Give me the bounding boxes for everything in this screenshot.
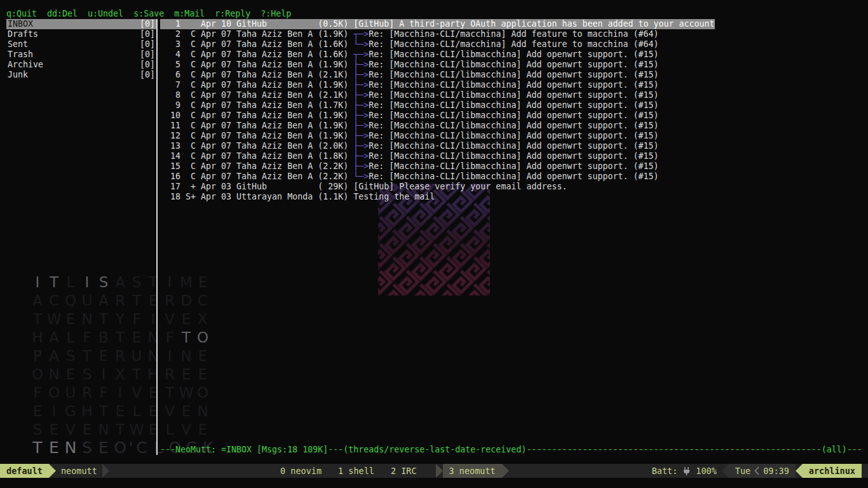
folder-count: [0] [140, 39, 155, 50]
neomutt-status-line: ---NeoMutt: =INBOX [Msgs:18 109K]---(thr… [160, 445, 862, 455]
powerline-arrow-icon [49, 464, 56, 478]
battery-level: 100% [696, 466, 717, 476]
tmux-status-bar: default neomutt 0 neovim1 shell2 IRC3 ne… [0, 464, 868, 478]
thread-arrow-icon: ┬─> [353, 50, 369, 59]
powerline-arrow-icon [436, 464, 443, 478]
plug-icon [682, 466, 691, 476]
mail-subject: [GitHub] A third-party OAuth application… [353, 19, 714, 29]
thread-arrow-icon: ├─> [353, 100, 369, 110]
mail-row[interactable]: 10 C Apr 07 Taha Aziz Ben A (1.9K) ├─>Re… [160, 111, 659, 121]
mail-row-meta: 15 C Apr 07 Taha Aziz Ben A (2.2K) [160, 161, 353, 171]
sidebar-folder[interactable]: INBOX [0] [6, 19, 156, 29]
pane-title: neomutt [61, 466, 97, 476]
powerline-arrow-icon [102, 464, 109, 478]
mail-row-meta: 6 C Apr 07 Taha Aziz Ben A (2.1K) [160, 70, 353, 79]
powerline-arrow-icon [796, 464, 803, 478]
tmux-right: Batt: 100% Tue 09:39 archlinux [652, 464, 862, 478]
mail-subject: Re: [Macchina-CLI/libmacchina] Add openw… [369, 100, 658, 110]
tmux-window[interactable]: 1 shell [334, 466, 378, 476]
mail-subject: Re: [Macchina-CLI/libmacchina] Add openw… [369, 121, 658, 130]
thread-arrow-icon: ├─> [353, 90, 369, 100]
mail-subject: Testing the mail [353, 192, 435, 201]
mail-row-meta: 1 Apr 10 GitHub (0.5K) [160, 19, 353, 29]
clock-segment: Tue 09:39 [729, 464, 796, 478]
mail-subject: Re: [Macchina-CLI/macchina] Add feature … [369, 29, 658, 39]
sidebar-folder[interactable]: Drafts [0] [6, 29, 156, 39]
tmux-window-list: 0 neovim1 shell2 IRC3 neomutt [276, 464, 509, 478]
folder-name: Junk [8, 70, 28, 80]
sidebar-divider [156, 19, 158, 455]
mail-row[interactable]: 14 C Apr 07 Taha Aziz Ben A (1.8K) ├─>Re… [160, 151, 659, 161]
clock-time: 09:39 [763, 466, 789, 476]
thread-arrow-icon: ├─> [353, 141, 369, 151]
hostname: archlinux [809, 466, 855, 476]
folder-name: INBOX [8, 19, 33, 29]
folder-count: [0] [140, 70, 155, 80]
hostname-badge: archlinux [803, 464, 862, 478]
mail-row[interactable]: 4 C Apr 07 Taha Aziz Ben A (1.6K) ┬─>Re:… [160, 50, 659, 60]
folder-name: Trash [8, 50, 33, 60]
folder-count: [0] [140, 19, 155, 29]
folder-name: Sent [8, 39, 28, 50]
folder-name: Drafts [8, 29, 38, 39]
mail-subject: Re: [Macchina-CLI/libmacchina] Add openw… [369, 80, 658, 90]
thread-arrow-icon: └─> [353, 172, 369, 181]
session-name: default [6, 466, 43, 476]
mail-subject: Re: [Macchina-CLI/libmacchina] Add openw… [369, 50, 658, 59]
mail-subject: Re: [Macchina-CLI/libmacchina] Add openw… [369, 90, 658, 100]
mail-row[interactable]: 5 C Apr 07 Taha Aziz Ben A (1.9K) ├─>Re:… [160, 60, 659, 70]
mail-subject: Re: [Macchina-CLI/libmacchina] Add openw… [369, 60, 658, 69]
mail-row-meta: 16 C Apr 07 Taha Aziz Ben A (2.2K) [160, 172, 353, 181]
mail-row[interactable]: 18 S+ Apr 03 Uttarayan Monda (1.1K) Test… [160, 192, 435, 202]
weekday: Tue [735, 466, 750, 476]
sidebar-folder[interactable]: Sent [0] [6, 39, 156, 50]
tmux-session-badge[interactable]: default [0, 464, 49, 478]
mail-row-meta: 10 C Apr 07 Taha Aziz Ben A (1.9K) [160, 111, 353, 120]
thread-arrow-icon: ├─> [353, 121, 369, 130]
powerline-arrow-icon [502, 464, 509, 478]
mail-row-meta: 5 C Apr 07 Taha Aziz Ben A (1.9K) [160, 60, 353, 69]
mail-row[interactable]: 17 + Apr 03 GitHub ( 29K) [GitHub] Pleas… [160, 182, 567, 192]
mail-row[interactable]: 9 C Apr 07 Taha Aziz Ben A (1.7K) ├─>Re:… [160, 100, 659, 111]
tmux-left: default neomutt [0, 464, 109, 478]
mail-row[interactable]: 16 C Apr 07 Taha Aziz Ben A (2.2K) └─>Re… [160, 172, 659, 182]
mail-row-meta: 11 C Apr 07 Taha Aziz Ben A (1.9K) [160, 121, 353, 130]
mail-row[interactable]: 1 Apr 10 GitHub (0.5K) [GitHub] A third-… [160, 19, 715, 29]
mail-row[interactable]: 15 C Apr 07 Taha Aziz Ben A (2.2K) ├─>Re… [160, 161, 659, 172]
folder-count: [0] [140, 60, 155, 70]
mail-row[interactable]: 12 C Apr 07 Taha Aziz Ben A (1.9K) ├─>Re… [160, 131, 659, 141]
mail-subject: Re: [Macchina-CLI/libmacchina] Add openw… [369, 161, 658, 171]
mail-row-meta: 8 C Apr 07 Taha Aziz Ben A (2.1K) [160, 90, 353, 100]
mail-row[interactable]: 8 C Apr 07 Taha Aziz Ben A (2.1K) ├─>Re:… [160, 90, 659, 100]
mail-row[interactable]: 6 C Apr 07 Taha Aziz Ben A (2.1K) ├─>Re:… [160, 70, 659, 80]
tmux-window-active[interactable]: 3 neomutt [443, 464, 502, 478]
thread-arrow-icon: ├─> [353, 111, 369, 120]
chevron-left-icon [754, 466, 759, 475]
mail-row-meta: 13 C Apr 07 Taha Aziz Ben A (2.0K) [160, 141, 353, 151]
folder-count: [0] [140, 29, 155, 39]
mail-row[interactable]: 7 C Apr 07 Taha Aziz Ben A (1.9K) ├─>Re:… [160, 80, 659, 90]
thread-arrow-icon: ├─> [353, 80, 369, 90]
mail-row-meta: 3 C Apr 07 Taha Aziz Ben A (1.6K) [160, 39, 353, 49]
tmux-window[interactable]: 2 IRC [387, 466, 421, 476]
thread-arrow-icon: ├─> [353, 60, 369, 69]
sidebar-folder[interactable]: Junk [0] [6, 70, 156, 80]
mail-subject: Re: [Macchina-CLI/libmacchina] Add openw… [369, 141, 658, 151]
powerline-arrow-icon [722, 464, 729, 478]
mail-row-meta: 9 C Apr 07 Taha Aziz Ben A (1.7K) [160, 100, 353, 110]
mail-subject: Re: [Macchina-CLI/libmacchina] Add openw… [369, 70, 658, 79]
mail-row-meta: 12 C Apr 07 Taha Aziz Ben A (1.9K) [160, 131, 353, 140]
mail-row[interactable]: 2 C Apr 07 Taha Aziz Ben A (1.9K) ┬─>Re:… [160, 29, 659, 39]
mail-row-meta: 4 C Apr 07 Taha Aziz Ben A (1.6K) [160, 50, 353, 59]
mail-row-meta: 7 C Apr 07 Taha Aziz Ben A (1.9K) [160, 80, 353, 90]
mail-row[interactable]: 11 C Apr 07 Taha Aziz Ben A (1.9K) ├─>Re… [160, 121, 659, 131]
sidebar-folder[interactable]: Archive [0] [6, 60, 156, 70]
mail-row-meta: 14 C Apr 07 Taha Aziz Ben A (1.8K) [160, 151, 353, 161]
mail-row[interactable]: 13 C Apr 07 Taha Aziz Ben A (2.0K) ├─>Re… [160, 141, 659, 151]
thread-arrow-icon: ├─> [353, 161, 369, 171]
mail-row-meta: 17 + Apr 03 GitHub ( 29K) [160, 182, 353, 191]
mail-subject: Re: [Macchina-CLI/libmacchina] Add openw… [369, 131, 658, 140]
mail-row[interactable]: 3 C Apr 07 Taha Aziz Ben A (1.6K) └─>Re:… [160, 39, 659, 50]
tmux-window[interactable]: 0 neovim [276, 466, 325, 476]
sidebar-folder[interactable]: Trash [0] [6, 50, 156, 60]
